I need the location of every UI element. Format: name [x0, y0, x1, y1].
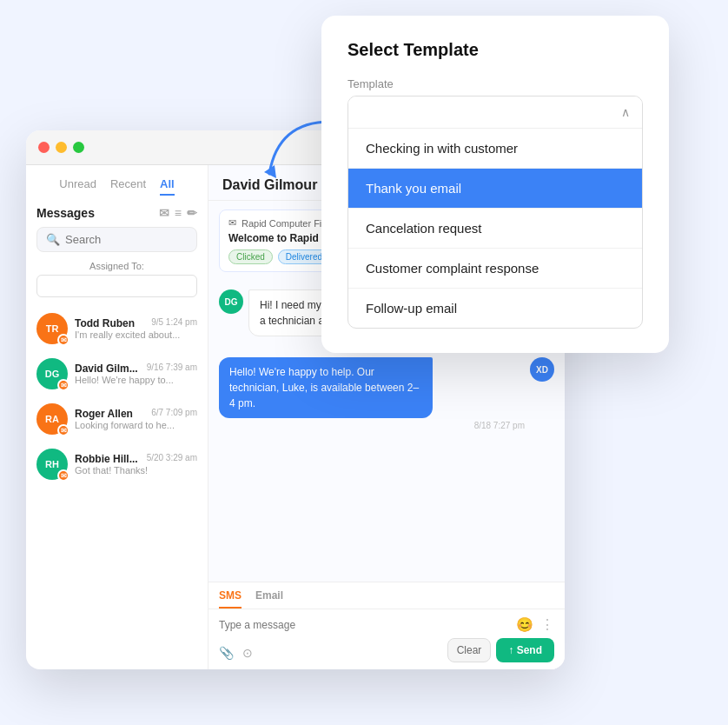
contact-name: Robbie Hill... [75, 453, 138, 465]
contact-preview: I'm really excited about... [75, 329, 197, 340]
avatar: TR ✉ [36, 313, 68, 344]
messages-heading: Messages [36, 206, 95, 220]
chevron-up-icon: ∧ [621, 105, 630, 119]
contact-item[interactable]: RH ✉ Robbie Hill... 5/20 3:29 am Got tha… [26, 442, 208, 487]
envelope-icon[interactable]: ✉ [159, 206, 169, 220]
sidebar-header: Messages ✉ ≡ ✏ [26, 206, 208, 227]
list-icon[interactable]: ≡ [175, 206, 182, 220]
contact-preview: Got that! Thanks! [75, 465, 197, 476]
channel-tab-email[interactable]: Email [255, 589, 283, 609]
chat-input-row: 😊 ⋮ [219, 616, 554, 633]
contact-info: David Gilm... 9/16 7:39 am Hello! We're … [75, 362, 197, 385]
contact-date: 9/5 1:24 pm [151, 317, 197, 329]
contact-item[interactable]: RA ✉ Roger Allen 6/7 7:09 pm Looking for… [26, 396, 208, 442]
assigned-to-input[interactable] [36, 275, 197, 297]
avatar-badge: ✉ [57, 379, 69, 391]
contact-info: Todd Ruben 9/5 1:24 pm I'm really excite… [75, 317, 197, 340]
avatar: RA ✉ [36, 403, 68, 435]
msg-avatar: XD [530, 357, 554, 382]
maximize-dot[interactable] [73, 142, 84, 153]
avatar: DG ✉ [36, 358, 68, 389]
avatar-initials: TR [46, 323, 59, 334]
envelope-icon: ✉ [228, 217, 236, 229]
contact-list: TR ✉ Todd Ruben 9/5 1:24 pm I'm really e… [26, 306, 208, 487]
chat-bottom-icons: 📎 ⊙ [219, 641, 253, 660]
template-dropdown[interactable]: ∧ Checking in with customerThank you ema… [347, 96, 643, 329]
sidebar-tabs: UnreadRecentAll [26, 177, 208, 196]
msg-time: 8/18 7:27 pm [219, 421, 525, 430]
template-list: Checking in with customerThank you email… [348, 129, 642, 328]
avatar-badge: ✉ [57, 469, 69, 482]
tab-recent[interactable]: Recent [110, 177, 146, 196]
avatar-initials: DG [45, 369, 60, 379]
avatar-badge: ✉ [57, 334, 69, 346]
badge-clicked: Clicked [228, 249, 273, 264]
template-item-followup[interactable]: Follow-up email [348, 289, 642, 328]
close-dot[interactable] [38, 142, 50, 153]
modal-title: Select Template [347, 40, 643, 60]
contact-date: 5/20 3:29 am [147, 453, 197, 465]
msg-bubble: Hello! We're happy to help. Our technici… [219, 357, 433, 418]
message-row: XD Hello! We're happy to help. Our techn… [219, 357, 554, 430]
chat-input-area: 😊 ⋮ 📎 ⊙ Clear ↑ Send [208, 609, 565, 669]
edit-icon[interactable]: ✏ [187, 206, 197, 220]
sidebar-icons: ✉ ≡ ✏ [159, 206, 197, 220]
clear-button[interactable]: Clear [447, 638, 492, 662]
search-input[interactable] [65, 233, 188, 246]
email-from-label: Rapid Computer Fix [242, 218, 327, 229]
emoji-icon[interactable]: 😊 [516, 616, 533, 633]
search-box[interactable]: 🔍 [36, 227, 197, 252]
template-item-thank-you[interactable]: Thank you email [348, 169, 642, 209]
tab-unread[interactable]: Unread [59, 177, 96, 196]
search-icon: 🔍 [46, 233, 60, 246]
chat-message-input[interactable] [219, 619, 509, 631]
contact-name: Todd Ruben [75, 317, 135, 329]
minimize-dot[interactable] [56, 142, 67, 153]
template-label: Template [347, 77, 643, 90]
assigned-label: Assigned To: [26, 261, 208, 275]
file-icon[interactable]: 📎 [219, 646, 234, 660]
contact-name: Roger Allen [75, 408, 133, 420]
contact-info: Robbie Hill... 5/20 3:29 am Got that! Th… [75, 453, 197, 476]
contact-date: 9/16 7:39 am [147, 362, 197, 375]
avatar-initials: RH [45, 459, 59, 469]
template-item-checking-in[interactable]: Checking in with customer [348, 129, 642, 169]
msg-avatar: DG [219, 289, 243, 314]
help-icon[interactable]: ⊙ [242, 646, 253, 660]
send-button[interactable]: ↑ Send [496, 638, 554, 662]
sidebar: UnreadRecentAll Messages ✉ ≡ ✏ 🔍 Assigne… [26, 165, 208, 669]
avatar-initials: RA [45, 414, 59, 424]
template-item-complaint[interactable]: Customer complaint response [348, 249, 642, 289]
attachment-icon[interactable]: ⋮ [540, 616, 554, 633]
avatar-badge: ✉ [57, 424, 69, 436]
contact-preview: Looking forward to he... [75, 420, 197, 430]
tab-all[interactable]: All [160, 177, 175, 196]
contact-date: 6/7 7:09 pm [151, 408, 197, 420]
contact-info: Roger Allen 6/7 7:09 pm Looking forward … [75, 408, 197, 430]
contact-name: David Gilm... [75, 362, 138, 375]
channel-tabs: SMSEmail [208, 582, 565, 609]
avatar: RH ✉ [36, 449, 68, 480]
contact-item[interactable]: DG ✉ David Gilm... 9/16 7:39 am Hello! W… [26, 351, 208, 396]
template-item-cancellation[interactable]: Cancelation request [348, 209, 642, 249]
contact-preview: Hello! We're happy to... [75, 375, 197, 385]
select-template-modal: Select Template Template ∧ Checking in w… [321, 16, 669, 353]
contact-item[interactable]: TR ✉ Todd Ruben 9/5 1:24 pm I'm really e… [26, 306, 208, 351]
channel-tab-sms[interactable]: SMS [219, 589, 242, 609]
dropdown-trigger[interactable]: ∧ [348, 96, 642, 129]
